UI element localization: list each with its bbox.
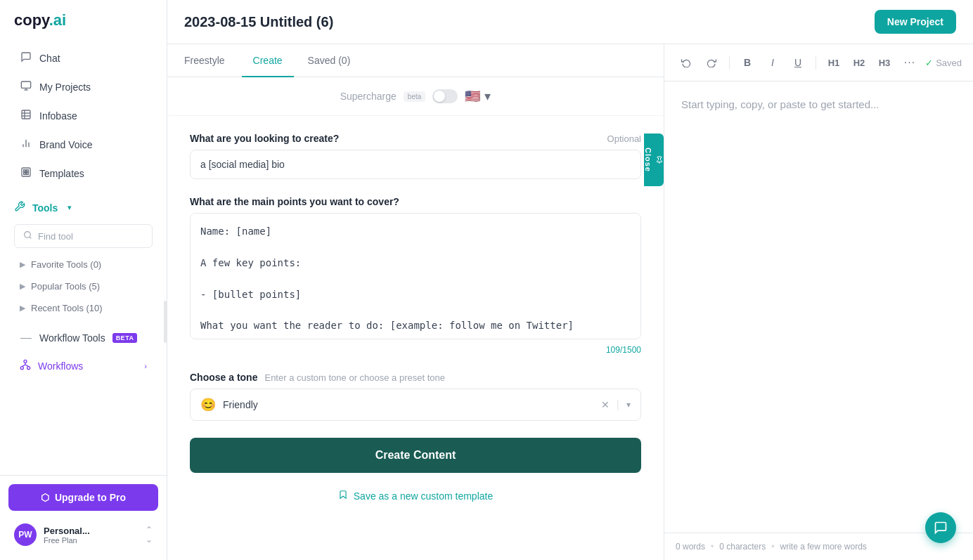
- more-options-button[interactable]: ···: [899, 53, 920, 72]
- sidebar-item-brand-voice-label: Brand Voice: [39, 139, 93, 150]
- char-count: 109/1500: [190, 345, 641, 355]
- editor-footer: 0 words • 0 characters • write a few mor…: [664, 533, 973, 560]
- flag-selector[interactable]: 🇺🇸 ▾: [465, 89, 491, 104]
- main-content: 2023-08-15 Untitled (6) New Project Free…: [167, 0, 973, 560]
- scrollbar[interactable]: [164, 301, 167, 343]
- tone-label: Choose a tone: [190, 372, 257, 383]
- project-title: 2023-08-15 Untitled (6): [184, 14, 333, 30]
- top-header: 2023-08-15 Untitled (6) New Project: [167, 0, 973, 44]
- tab-saved[interactable]: Saved (0): [297, 45, 362, 77]
- char-count-footer: 0 characters: [719, 542, 766, 552]
- h2-button[interactable]: H2: [849, 53, 870, 72]
- saved-label: Saved: [936, 58, 962, 68]
- underline-button[interactable]: U: [787, 53, 808, 72]
- expand-icon: ▶: [20, 282, 25, 291]
- workflows-icon: [20, 359, 31, 372]
- form-content: What are you looking to create? Optional…: [167, 116, 664, 524]
- svg-rect-14: [27, 173, 29, 175]
- h3-button[interactable]: H3: [874, 53, 895, 72]
- new-project-button[interactable]: New Project: [875, 10, 956, 34]
- search-icon: [23, 230, 32, 242]
- field2-label: What are the main points you want to cov…: [190, 196, 641, 207]
- chat-fab-button[interactable]: [925, 512, 956, 543]
- toolbar-separator-2: [816, 56, 816, 70]
- logo[interactable]: copy.ai: [0, 0, 167, 41]
- dot-separator-2: •: [771, 542, 774, 552]
- editor-toolbar: B I U H1 H2 H3 ··· ✓ Saved: [664, 44, 973, 82]
- recent-tools-label: Recent Tools (10): [31, 303, 103, 313]
- templates-icon: [20, 167, 32, 181]
- tone-clear-button[interactable]: ✕: [601, 399, 610, 410]
- popular-tools-label: Popular Tools (5): [31, 281, 100, 292]
- sidebar-item-workflows[interactable]: Workflows ›: [6, 352, 161, 379]
- svg-point-17: [24, 360, 27, 363]
- tools-list-item-recent[interactable]: ▶ Recent Tools (10): [11, 297, 155, 319]
- workflow-tools-label: Workflow Tools: [39, 332, 105, 344]
- field1-input[interactable]: [190, 150, 641, 179]
- undo-button[interactable]: [676, 53, 697, 72]
- infobase-icon: [20, 109, 32, 123]
- svg-rect-3: [22, 110, 30, 119]
- workflows-label: Workflows: [38, 360, 83, 372]
- svg-line-22: [22, 365, 25, 367]
- sidebar-item-infobase-label: Infobase: [39, 110, 77, 122]
- check-icon: ✓: [925, 58, 933, 68]
- write-hint: write a few more words: [780, 542, 866, 552]
- search-box[interactable]: [14, 224, 153, 248]
- h1-button[interactable]: H1: [823, 53, 844, 72]
- italic-button[interactable]: I: [762, 53, 783, 72]
- tab-create[interactable]: Create: [242, 45, 294, 77]
- form-group-points: What are the main points you want to cov…: [190, 196, 641, 355]
- workflow-tools-icon: —: [20, 332, 32, 344]
- favorite-tools-label: Favorite Tools (0): [31, 259, 101, 270]
- save-template-label: Save as a new custom template: [354, 490, 493, 502]
- content-area: Freestyle Create Saved (0) Supercharge b…: [167, 44, 973, 560]
- optional-badge: Optional: [607, 134, 641, 144]
- sidebar-item-my-projects[interactable]: My Projects: [6, 73, 161, 101]
- tools-label: Tools: [32, 202, 58, 214]
- user-info[interactable]: PW Personal... Free Plan ⌃⌄: [8, 518, 158, 552]
- tone-select[interactable]: 😊 Friendly ✕ | ▾: [190, 389, 641, 421]
- tools-icon: [14, 201, 25, 214]
- bold-button[interactable]: B: [737, 53, 758, 72]
- redo-button[interactable]: [701, 53, 722, 72]
- tools-list-item-favorite[interactable]: ▶ Favorite Tools (0): [11, 254, 155, 275]
- saved-status: ✓ Saved: [925, 58, 962, 68]
- tools-chevron-icon: ▾: [67, 203, 72, 212]
- beta-badge: BETA: [112, 333, 138, 343]
- tools-header[interactable]: Tools ▾: [6, 194, 161, 221]
- panel-tabs: Freestyle Create Saved (0): [167, 44, 664, 77]
- right-panel: B I U H1 H2 H3 ··· ✓ Saved Start typing,…: [664, 44, 973, 560]
- logo-text: copy.ai: [14, 11, 66, 30]
- sidebar-item-templates-label: Templates: [39, 168, 84, 179]
- sidebar-footer: ⬡ Upgrade to Pro PW Personal... Free Pla…: [0, 475, 167, 560]
- save-template[interactable]: Save as a new custom template: [190, 484, 641, 507]
- create-content-button[interactable]: Create Content: [190, 438, 641, 473]
- svg-rect-0: [21, 82, 30, 88]
- sidebar-item-projects-label: My Projects: [39, 82, 91, 93]
- flag-chevron-icon: ▾: [484, 89, 491, 104]
- tools-list-item-popular[interactable]: ▶ Popular Tools (5): [11, 275, 155, 297]
- close-text: Close: [644, 148, 652, 172]
- close-sidebar-button[interactable]: Close: [644, 134, 664, 186]
- sidebar-item-brand-voice[interactable]: Brand Voice: [6, 131, 161, 159]
- sidebar-item-chat[interactable]: Chat: [6, 44, 161, 72]
- sidebar-item-infobase[interactable]: Infobase: [6, 102, 161, 130]
- tone-chevron-icon: ▾: [626, 400, 631, 410]
- sidebar-item-templates[interactable]: Templates: [6, 159, 161, 188]
- chat-icon: [20, 51, 32, 65]
- supercharge-bar: Supercharge beta 🇺🇸 ▾: [167, 77, 664, 116]
- supercharge-toggle[interactable]: [432, 89, 458, 103]
- avatar: PW: [14, 523, 37, 546]
- close-pin-icon: [655, 155, 664, 164]
- bookmark-icon: [338, 490, 348, 502]
- search-input[interactable]: [38, 231, 143, 242]
- tone-hint: Enter a custom tone or choose a preset t…: [264, 372, 445, 383]
- toolbar-separator: [729, 56, 730, 70]
- editor-area[interactable]: Start typing, copy, or paste to get star…: [664, 82, 973, 533]
- field2-textarea[interactable]: Name: [name] A few key points: - [bullet…: [190, 213, 641, 339]
- sidebar-item-workflow-tools[interactable]: — Workflow Tools BETA: [6, 325, 161, 351]
- upgrade-button[interactable]: ⬡ Upgrade to Pro: [8, 484, 158, 511]
- left-panel: Freestyle Create Saved (0) Supercharge b…: [167, 44, 664, 560]
- workflows-chevron-icon: ›: [144, 362, 147, 370]
